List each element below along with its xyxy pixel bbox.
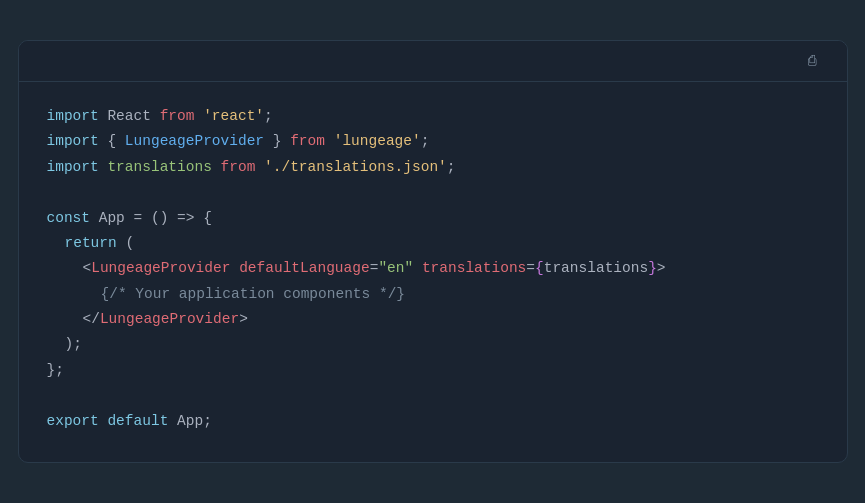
- code-line: import React from 'react';: [47, 104, 819, 129]
- code-line: import { LungeageProvider } from 'lungea…: [47, 129, 819, 154]
- code-line: return (: [47, 231, 819, 256]
- code-block: ⎙ import React from 'react';import { Lun…: [18, 40, 848, 463]
- code-line: };: [47, 358, 819, 383]
- code-blank-line: [47, 180, 819, 205]
- code-line: );: [47, 332, 819, 357]
- code-line: import translations from './translations…: [47, 155, 819, 180]
- code-line: {/* Your application components */}: [47, 282, 819, 307]
- code-line: export default App;: [47, 409, 819, 434]
- code-line: const App = () => {: [47, 206, 819, 231]
- code-header: ⎙: [19, 41, 847, 82]
- code-body: import React from 'react';import { Lunge…: [19, 82, 847, 462]
- code-line: <LungeageProvider defaultLanguage="en" t…: [47, 256, 819, 281]
- code-line: </LungeageProvider>: [47, 307, 819, 332]
- copy-icon: ⎙: [808, 53, 816, 69]
- copy-button[interactable]: ⎙: [802, 51, 829, 71]
- code-blank-line: [47, 383, 819, 408]
